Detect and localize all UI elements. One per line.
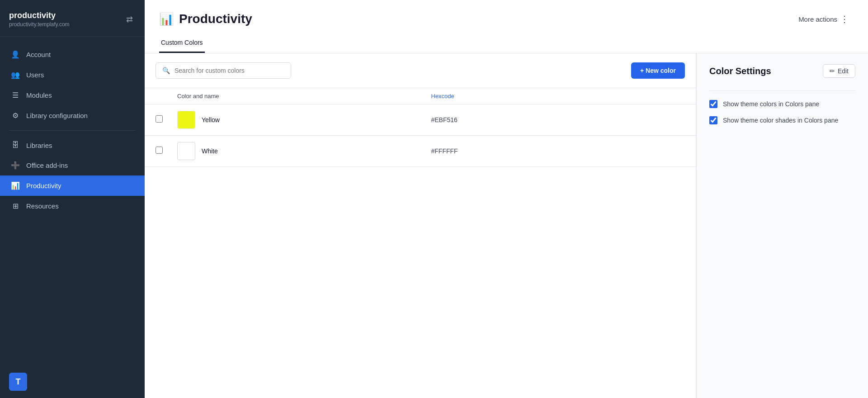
sidebar-item-library-configuration[interactable]: ⚙ Library configuration [0, 105, 145, 126]
table-row: White #FFFFFF [145, 136, 696, 167]
sidebar-item-label-account: Account [26, 51, 51, 58]
sidebar-item-label-libraries: Libraries [26, 142, 52, 149]
color-list-toolbar: 🔍 + New color [145, 53, 696, 88]
edit-button[interactable]: ✏ Edit [823, 64, 855, 78]
yellow-name: Yellow [202, 116, 220, 123]
sidebar-brand-url: productivity.templafy.com [9, 21, 70, 28]
content-area: 🔍 + New color Color and name Hexcode [145, 53, 868, 398]
row-checkbox-col [156, 115, 177, 124]
sidebar-header: productivity productivity.templafy.com ⇄ [0, 0, 145, 37]
sidebar-item-label-productivity: Productivity [26, 182, 61, 190]
nav-divider [9, 130, 136, 131]
sidebar-item-label-office-add-ins: Office add-ins [26, 161, 68, 169]
col-color-name: Color and name [177, 93, 431, 100]
sidebar-item-modules[interactable]: ☰ Modules [0, 85, 145, 105]
sidebar-item-productivity[interactable]: 📊 Productivity [0, 175, 145, 196]
show-theme-color-shades-checkbox[interactable] [709, 116, 717, 124]
white-swatch [177, 142, 195, 160]
users-icon: 👥 [11, 71, 20, 79]
color-table: Yellow #EBF516 White #FFFFFF [145, 104, 696, 398]
table-row: Yellow #EBF516 [145, 104, 696, 136]
sidebar-item-label-resources: Resources [26, 202, 59, 210]
main-header: 📊 Productivity More actions ⋮ Custom Col… [145, 0, 868, 53]
settings-divider [709, 90, 855, 91]
white-hex: #FFFFFF [431, 147, 685, 155]
checkbox-col-header [156, 93, 177, 100]
main-content: 📊 Productivity More actions ⋮ Custom Col… [145, 0, 868, 398]
tabs: Custom Colors [159, 34, 854, 53]
color-table-header: Color and name Hexcode [145, 88, 696, 104]
sidebar-item-label-modules: Modules [26, 91, 52, 99]
yellow-hex: #EBF516 [431, 116, 685, 123]
sidebar-nav: 👤 Account 👥 Users ☰ Modules ⚙ Library co… [0, 37, 145, 365]
sidebar-brand-name: productivity [9, 11, 70, 20]
user-avatar[interactable]: T [9, 373, 27, 391]
page-title-text: Productivity [179, 12, 252, 26]
sidebar-item-label-users: Users [26, 71, 44, 79]
col-hexcode: Hexcode [431, 93, 685, 100]
show-theme-color-shades-label: Show theme color shades in Colors pane [723, 117, 838, 124]
new-color-button[interactable]: + New color [631, 62, 685, 79]
color-swatch-name: Yellow [177, 111, 431, 129]
resources-icon: ⊞ [11, 202, 20, 210]
setting-item-theme-colors: Show theme colors in Colors pane [709, 100, 855, 108]
settings-header: Color Settings ✏ Edit [709, 64, 855, 78]
row-white-checkbox[interactable] [156, 147, 163, 154]
settings-panel: Color Settings ✏ Edit Show theme colors … [696, 53, 868, 398]
search-box[interactable]: 🔍 [156, 62, 291, 79]
edit-pencil-icon: ✏ [830, 67, 835, 75]
show-theme-colors-label: Show theme colors in Colors pane [723, 100, 819, 108]
account-icon: 👤 [11, 50, 20, 59]
sidebar-footer: T [0, 365, 145, 398]
yellow-swatch [177, 111, 195, 129]
sidebar-item-account[interactable]: 👤 Account [0, 44, 145, 65]
switch-icon[interactable]: ⇄ [123, 12, 136, 27]
libraries-icon: 🗄 [11, 141, 20, 149]
show-theme-colors-checkbox[interactable] [709, 100, 717, 108]
search-icon: 🔍 [162, 67, 170, 74]
sidebar: productivity productivity.templafy.com ⇄… [0, 0, 145, 398]
more-actions-dots-icon: ⋮ [840, 14, 849, 24]
office-add-ins-icon: ➕ [11, 161, 20, 170]
edit-label: Edit [838, 67, 849, 75]
sidebar-item-office-add-ins[interactable]: ➕ Office add-ins [0, 155, 145, 175]
title-row: 📊 Productivity More actions ⋮ [159, 11, 854, 27]
sidebar-item-label-library-configuration: Library configuration [26, 112, 88, 119]
productivity-icon: 📊 [11, 181, 20, 190]
more-actions-button[interactable]: More actions ⋮ [794, 11, 854, 27]
sidebar-item-resources[interactable]: ⊞ Resources [0, 196, 145, 216]
color-swatch-name: White [177, 142, 431, 160]
page-title: 📊 Productivity [159, 12, 252, 26]
white-name: White [202, 147, 218, 155]
more-actions-label: More actions [798, 15, 837, 23]
library-config-icon: ⚙ [11, 111, 20, 120]
settings-title: Color Settings [709, 66, 771, 76]
row-yellow-checkbox[interactable] [156, 115, 163, 123]
setting-item-theme-color-shades: Show theme color shades in Colors pane [709, 116, 855, 124]
tab-custom-colors[interactable]: Custom Colors [159, 34, 205, 53]
row-checkbox-col [156, 147, 177, 156]
page-title-icon: 📊 [159, 12, 174, 26]
sidebar-item-libraries[interactable]: 🗄 Libraries [0, 135, 145, 155]
color-list-panel: 🔍 + New color Color and name Hexcode [145, 53, 696, 398]
search-input[interactable] [175, 67, 284, 74]
sidebar-brand: productivity productivity.templafy.com [9, 11, 70, 28]
sidebar-item-users[interactable]: 👥 Users [0, 65, 145, 85]
modules-icon: ☰ [11, 91, 20, 100]
